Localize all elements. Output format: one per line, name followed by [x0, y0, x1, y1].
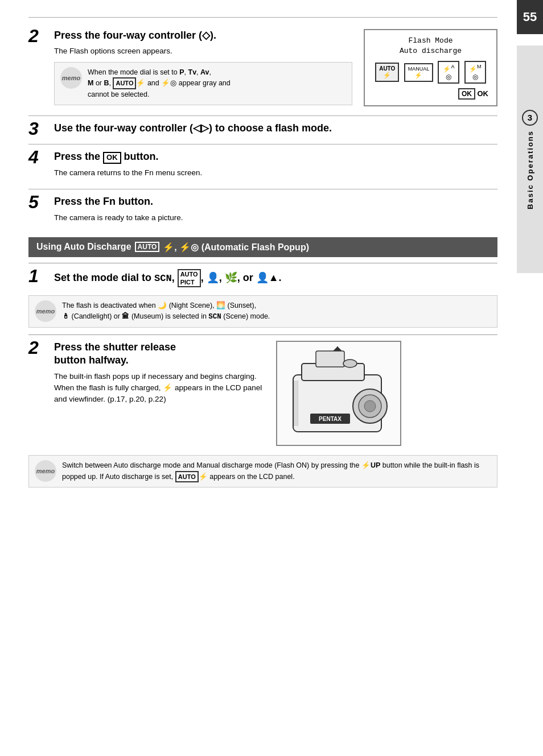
memo-icon-2: memo: [35, 300, 56, 322]
step-3-content: Use the four-way controller (◁▷) to choo…: [54, 122, 497, 138]
step-p2-1-section: 1 Set the mode dial to SCN, AUTOPICT, 👤,…: [28, 269, 497, 291]
auto-discharge-icon: AUTO: [135, 242, 160, 252]
page-number: 55: [517, 0, 543, 34]
step-3-section: 3 Use the four-way controller (◁▷) to ch…: [28, 122, 497, 138]
step-divider: [28, 17, 497, 18]
step-2-desc: The Flash options screen appears.: [54, 46, 352, 57]
flash-mode-screen: Flash ModeAuto discharge AUTO ⚡ MANUAL ⚡…: [364, 29, 497, 106]
svg-point-7: [364, 400, 376, 412]
flash-icon-m: ⚡M ◎: [464, 61, 486, 84]
chapter-sidebar: 3 Basic Operations: [517, 46, 543, 273]
step-divider-4: [28, 144, 497, 144]
step-divider-s1: [28, 263, 497, 263]
chapter-number: 3: [522, 110, 538, 126]
flash-icons-row: AUTO ⚡ MANUAL ⚡ ⚡A ◎ ⚡M: [373, 61, 488, 84]
step-5-title: Press the Fn button.: [54, 195, 497, 208]
step-number-4: 4: [28, 148, 54, 166]
chapter-title: Basic Operations: [526, 130, 534, 209]
memo-icon: memo: [60, 67, 82, 89]
step-divider-3: [28, 115, 497, 116]
step-p2-2-title: Press the shutter releasebutton halfway.: [54, 341, 265, 367]
flash-mode-title: Flash ModeAuto discharge: [373, 36, 488, 56]
step-p2-1-title: Set the mode dial to SCN, AUTOPICT, 👤, 🌿…: [54, 269, 497, 288]
svg-rect-2: [316, 351, 344, 367]
step-5-content: Press the Fn button. The camera is ready…: [54, 195, 497, 228]
flash-icon-manual: MANUAL ⚡: [404, 63, 434, 82]
auto-pict-icon: AUTOPICT: [178, 269, 201, 288]
step-2-section: 2 Press the four-way controller (◇). The…: [28, 23, 497, 110]
step-4-section: 4 Press the OK button. The camera return…: [28, 150, 497, 183]
or-text: or: [243, 272, 253, 283]
step-5-section: 5 Press the Fn button. The camera is rea…: [28, 195, 497, 228]
step-2-content: Press the four-way controller (◇). The F…: [54, 29, 497, 110]
auto-icon-inline: AUTO: [175, 471, 199, 483]
svg-text:PENTAX: PENTAX: [319, 416, 342, 422]
memo-switch: memo Switch between Auto discharge mode …: [28, 455, 497, 488]
step-p2-number-1: 1: [28, 267, 54, 285]
step-4-title: Press the OK button.: [54, 150, 497, 164]
step-number-5: 5: [28, 193, 54, 211]
camera-svg: PENTAX: [282, 346, 396, 440]
step-p2-2-content: Press the shutter releasebutton halfway.…: [54, 341, 497, 446]
step-4-content: Press the OK button. The camera returns …: [54, 150, 497, 183]
step-number-2: 2: [28, 27, 54, 45]
step-divider-5: [28, 189, 497, 189]
flash-icon-a: ⚡A ◎: [438, 61, 459, 84]
step-number-3: 3: [28, 119, 54, 138]
flash-ok-btn: OK: [458, 88, 475, 100]
flash-ok-row: OK OK: [373, 88, 488, 100]
svg-point-10: [343, 360, 357, 367]
step-p2-1-content: Set the mode dial to SCN, AUTOPICT, 👤, 🌿…: [54, 269, 497, 291]
memo-flash-text: The flash is deactivated when 🌙 (Night S…: [62, 300, 270, 323]
step-p2-2-desc: The built-in flash pops up if necessary …: [54, 371, 265, 406]
step-3-title: Use the four-way controller (◁▷) to choo…: [54, 122, 497, 135]
step-2-memo-text: When the mode dial is set to P, Tv, Av, …: [88, 67, 231, 100]
memo-flash-deactivated: memo The flash is deactivated when 🌙 (Ni…: [28, 295, 497, 328]
main-content: 2 Press the four-way controller (◇). The…: [17, 0, 509, 503]
step-4-desc: The camera returns to the Fn menu screen…: [54, 167, 497, 179]
step-p2-2-section: 2 Press the shutter releasebutton halfwa…: [28, 341, 497, 446]
flash-icon-auto: AUTO ⚡: [375, 63, 399, 82]
camera-illustration: PENTAX: [276, 341, 401, 446]
step-divider-s2: [28, 334, 497, 335]
step-2-memo: memo When the mode dial is set to P, Tv,…: [54, 62, 352, 105]
memo-icon-3: memo: [35, 460, 56, 482]
section-header-auto-discharge: Using Auto Discharge AUTO⚡, ⚡◎ (Automati…: [28, 237, 497, 257]
ok-inline: OK: [103, 152, 121, 164]
step-2-title: Press the four-way controller (◇).: [54, 29, 352, 42]
step-5-desc: The camera is ready to take a picture.: [54, 212, 497, 224]
memo-switch-text: Switch between Auto discharge mode and M…: [62, 460, 491, 482]
step-p2-number-2: 2: [28, 338, 54, 357]
